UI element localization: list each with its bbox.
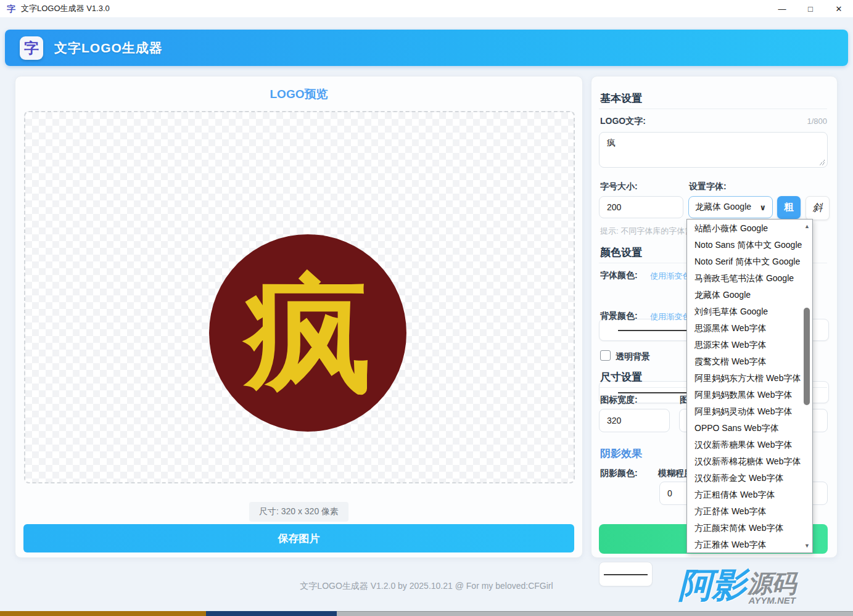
italic-button[interactable]: 斜 (806, 196, 830, 220)
preview-card: LOGO预览 疯 尺寸: 320 x 320 像素 保存图片 (15, 76, 583, 558)
font-option[interactable]: 霞鹜文楷 Web字体 (687, 353, 802, 370)
font-option[interactable]: 站酷小薇体 Google (687, 220, 802, 237)
font-family-select[interactable]: 龙藏体 Google ∨ (688, 196, 773, 218)
bold-button[interactable]: 粗 (777, 196, 801, 219)
watermark-part1: 阿影 (678, 566, 745, 604)
font-option[interactable]: 马善政毛笔书法体 Google (687, 270, 802, 287)
font-option[interactable]: 方正舒体 Web字体 (687, 503, 802, 520)
font-option[interactable]: 阿里妈妈东方大楷 Web字体 (687, 370, 802, 387)
font-option[interactable]: 刘剑毛草体 Google (687, 303, 802, 320)
font-option[interactable]: 阿里妈妈数黑体 Web字体 (687, 387, 802, 403)
font-dropdown-list: 站酷小薇体 GoogleNoto Sans 简体中文 GoogleNoto Se… (687, 220, 802, 553)
desktop-sliver-right (337, 611, 853, 616)
font-color-label: 字体颜色: (600, 270, 638, 281)
size-caption-wrap: 尺寸: 320 x 320 像素 (15, 502, 582, 522)
divider (599, 109, 827, 109)
watermark: 阿影 源码 AYYM.NET (678, 566, 845, 609)
app-title: 文字LOGO生成器 (54, 39, 163, 57)
font-option[interactable]: 思源宋体 Web字体 (687, 337, 802, 353)
scrollbar-thumb[interactable] (804, 308, 810, 405)
font-option[interactable]: 阿里妈妈灵动体 Web字体 (687, 403, 802, 420)
scroll-down-icon[interactable]: ▼ (804, 543, 810, 549)
font-option[interactable]: 汉仪新蒂棉花糖体 Web字体 (687, 453, 802, 470)
bg-gradient-link[interactable]: 使用渐变色 (650, 311, 690, 322)
close-button[interactable]: ✕ (825, 4, 853, 14)
basic-settings-heading: 基本设置 (600, 91, 642, 105)
window-controls: — □ ✕ (768, 0, 853, 17)
icon-width-value: 320 (607, 416, 621, 425)
app-icon: 字 (6, 4, 16, 14)
size-caption: 尺寸: 320 x 320 像素 (249, 502, 348, 522)
logo-text-input[interactable]: 疯 (599, 132, 828, 168)
app-logo-icon: 字 (20, 36, 43, 60)
dropdown-scrollbar[interactable]: ▲ ▼ (801, 220, 812, 552)
preview-title: LOGO预览 (15, 86, 582, 102)
watermark-url: AYYM.NET (749, 596, 796, 606)
resize-handle-icon[interactable] (819, 159, 825, 165)
desktop-sliver-middle (206, 611, 337, 616)
os-title-bar: 字 文字LOGO生成器 V1.3.0 — □ ✕ (0, 0, 853, 17)
font-size-input[interactable]: 200 (599, 196, 683, 218)
shadow-settings-heading: 阴影效果 (600, 446, 642, 461)
transparent-bg-checkbox[interactable] (600, 350, 611, 361)
font-size-value: 200 (607, 202, 621, 212)
app-header: 字 文字LOGO生成器 (5, 30, 848, 66)
transparent-bg-row: 透明背景 (600, 350, 650, 363)
desktop-sliver-left (0, 611, 206, 616)
char-counter: 1/800 (807, 117, 827, 126)
font-option[interactable]: 方正颜宋简体 Web字体 (687, 520, 802, 536)
bg-color-label: 背景颜色: (600, 311, 638, 322)
window-title: 文字LOGO生成器 V1.3.0 (21, 3, 110, 14)
font-option[interactable]: 方正雅体 Web字体 (687, 536, 802, 553)
font-option[interactable]: OPPO Sans Web字体 (687, 420, 802, 437)
font-select-value: 龙藏体 Google (695, 202, 751, 213)
font-option[interactable]: 汉仪新蒂金文 Web字体 (687, 470, 802, 487)
font-option[interactable]: Noto Sans 简体中文 Google (687, 237, 802, 253)
color-settings-heading: 颜色设置 (600, 245, 642, 260)
font-option[interactable]: 汉仪新蒂糖果体 Web字体 (687, 437, 802, 453)
font-hint: 提示: 不同字体库的字体需 (600, 226, 693, 237)
blur-value: 0 (667, 488, 672, 498)
watermark-part2: 源码 (748, 571, 796, 596)
color-preview-line (604, 574, 648, 575)
chevron-down-icon: ∨ (759, 203, 766, 212)
save-image-button[interactable]: 保存图片 (23, 524, 574, 552)
size-settings-heading: 尺寸设置 (600, 370, 642, 384)
logo-circle: 疯 (209, 234, 406, 432)
font-option[interactable]: 思源黑体 Web字体 (687, 320, 802, 337)
logo-preview-area: 疯 (24, 111, 575, 483)
font-gradient-link[interactable]: 使用渐变色 (650, 271, 690, 282)
logo-text-label: LOGO文字: (600, 116, 646, 127)
logo-character: 疯 (245, 270, 371, 396)
minimize-button[interactable]: — (768, 4, 796, 14)
font-option[interactable]: 龙藏体 Google (687, 287, 802, 303)
font-dropdown-panel: 站酷小薇体 GoogleNoto Sans 简体中文 GoogleNoto Se… (686, 219, 813, 553)
font-family-label: 设置字体: (689, 181, 727, 192)
scroll-up-icon[interactable]: ▲ (804, 223, 810, 229)
shadow-color-label: 阴影颜色: (600, 468, 638, 479)
font-option[interactable]: Noto Serif 简体中文 Google (687, 253, 802, 270)
font-option[interactable]: 方正粗倩体 Web字体 (687, 487, 802, 503)
icon-width-label: 图标宽度: (600, 395, 638, 406)
transparent-bg-label: 透明背景 (616, 351, 650, 361)
logo-text-value: 疯 (607, 138, 616, 147)
maximize-button[interactable]: □ (796, 4, 825, 14)
icon-width-input[interactable]: 320 (599, 409, 670, 432)
font-size-label: 字号大小: (600, 181, 638, 192)
